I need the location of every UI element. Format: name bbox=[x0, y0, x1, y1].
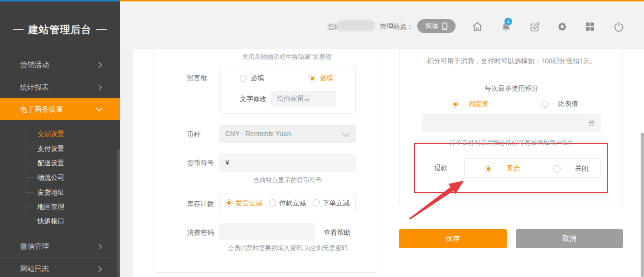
chevron-right-icon bbox=[96, 266, 102, 272]
sidebar-subitem-label: 配送设置 bbox=[37, 159, 64, 168]
max-points-label: 每次最多使用积分 bbox=[400, 84, 623, 93]
submenu-tree-tick bbox=[26, 134, 34, 134]
sidebar-subitem-express-interface[interactable]: 快递接口 bbox=[37, 216, 64, 227]
title-dash-right bbox=[96, 29, 107, 30]
notification-badge: 4 bbox=[504, 17, 513, 26]
currency-symbol-input[interactable] bbox=[219, 153, 356, 172]
sidebar-subitem-trade-settings[interactable]: 交易设置 bbox=[37, 129, 64, 139]
site-switch-label: 简体 bbox=[425, 22, 439, 31]
app-title: 建站管理后台 bbox=[0, 22, 120, 38]
grid-icon[interactable] bbox=[584, 21, 596, 33]
stock-ship-deduct-option[interactable]: 发货立减 bbox=[235, 199, 262, 208]
gear-icon[interactable] bbox=[556, 21, 568, 33]
submenu-tree-line bbox=[26, 125, 26, 222]
sidebar-subitem-logistics-company[interactable]: 物流公司 bbox=[37, 173, 64, 183]
home-icon[interactable] bbox=[471, 21, 483, 33]
stock-order-deduct-radio[interactable] bbox=[313, 199, 320, 207]
submenu-tree-tick bbox=[26, 192, 34, 193]
submenu-tree-tick bbox=[26, 221, 34, 221]
sidebar-item-wechat[interactable]: 微信管理 bbox=[0, 235, 120, 257]
sidebar-item-reports[interactable]: 统计报表 bbox=[0, 76, 120, 98]
annotation-red-arrow bbox=[403, 177, 470, 225]
currency-selected-value: CNY - Renminbi Yuan bbox=[225, 130, 291, 138]
sidebar-subitem-payment-settings[interactable]: 支付设置 bbox=[37, 144, 64, 154]
stock-ship-deduct-radio[interactable] bbox=[225, 199, 233, 207]
chevron-right-icon bbox=[96, 62, 102, 68]
sidebar-item-label: 网站日志 bbox=[20, 265, 49, 274]
site-switch-button[interactable]: 简体 bbox=[417, 19, 456, 33]
fixed-value-radio[interactable] bbox=[452, 101, 459, 108]
points-note: 订单支付时采用积分抵扣可有效增加用户粘性 bbox=[400, 138, 623, 147]
message-required-option[interactable]: 必填 bbox=[251, 74, 264, 82]
points-unit-suffix: 分 bbox=[588, 119, 595, 127]
ratio-value-option[interactable]: 比例值 bbox=[558, 100, 578, 108]
sidebar-item-label: 微信管理 bbox=[20, 242, 49, 251]
consume-password-label: 消费密码 bbox=[187, 229, 214, 237]
submenu-tree-tick bbox=[26, 207, 34, 207]
sidebar-item-label: 统计报表 bbox=[20, 83, 49, 92]
title-dash-left bbox=[13, 29, 23, 30]
trade-settings-panel: 关闭后购物流程中将隐藏”发票项” 留言框 必填 选填 文字修改 币种 CNY -… bbox=[153, 49, 378, 273]
sidebar-item-label: 营销活动 bbox=[20, 60, 49, 69]
sidebar-item-marketing[interactable]: 营销活动 bbox=[0, 54, 120, 76]
consume-password-input[interactable] bbox=[219, 223, 315, 240]
edit-icon[interactable] bbox=[529, 21, 541, 33]
chevron-right-icon bbox=[96, 84, 102, 91]
text-edit-label: 文字修改 bbox=[240, 95, 267, 104]
sidebar-subitem-region-management[interactable]: 地区管理 bbox=[37, 202, 64, 212]
sidebar: 建站管理后台 营销活动 统计报表 电子商务设置 交易设置 支付设置 配送设置 物… bbox=[0, 1, 120, 277]
sidebar-subitem-label: 快递接口 bbox=[37, 217, 64, 226]
power-icon[interactable] bbox=[613, 21, 625, 33]
sidebar-subitem-label: 支付设置 bbox=[37, 145, 64, 153]
sidebar-subitem-shipping-address[interactable]: 发货地址 bbox=[37, 187, 64, 198]
sidebar-subitem-label: 物流公司 bbox=[37, 173, 64, 182]
sidebar-subitem-label: 交易设置 bbox=[37, 130, 64, 138]
sidebar-item-site-logs[interactable]: 网站日志 bbox=[0, 258, 120, 277]
invoice-hint: 关闭后购物流程中将隐藏”发票项” bbox=[210, 53, 365, 61]
stock-count-group: 发货立减 付款立减 下单立减 bbox=[219, 194, 356, 212]
max-points-input[interactable]: 分 bbox=[422, 114, 601, 132]
currency-symbol-hint: 当前站点显示的货币符号 bbox=[219, 176, 356, 185]
chevron-right-icon bbox=[96, 243, 102, 250]
chevron-down-icon bbox=[96, 105, 102, 112]
chevron-down-icon bbox=[342, 130, 349, 137]
app-root: 建站管理后台 营销活动 统计报表 电子商务设置 交易设置 支付设置 配送设置 物… bbox=[0, 0, 644, 277]
message-box-label: 留言框 bbox=[187, 74, 207, 82]
ratio-value-radio[interactable] bbox=[541, 101, 549, 108]
consume-password-hint: 会员消费时需要的输入密码,为空则无需密码 bbox=[204, 244, 372, 253]
stock-pay-deduct-option[interactable]: 付款立减 bbox=[279, 199, 306, 208]
fixed-value-option[interactable]: 固定值 bbox=[468, 100, 489, 108]
currency-symbol-label: 货币符号 bbox=[187, 159, 214, 168]
message-optional-radio[interactable] bbox=[309, 75, 316, 82]
save-button[interactable]: 保存 bbox=[399, 229, 507, 248]
app-title-text: 建站管理后台 bbox=[28, 23, 92, 36]
username-redacted bbox=[337, 20, 375, 31]
stock-pay-deduct-radio[interactable] bbox=[269, 199, 276, 207]
message-required-radio[interactable] bbox=[240, 75, 247, 82]
stock-count-label: 库存计数 bbox=[187, 200, 214, 208]
view-help-link[interactable]: 查看帮助 bbox=[324, 229, 351, 237]
currency-label: 币种 bbox=[187, 130, 200, 139]
header: 您好 管理站点： 简体 4 bbox=[120, 1, 644, 49]
cancel-button[interactable]: 取消 bbox=[516, 229, 623, 248]
sidebar-item-ecommerce-settings[interactable]: 电子商务设置 bbox=[0, 98, 120, 120]
sidebar-subitem-delivery-settings[interactable]: 配送设置 bbox=[37, 158, 64, 169]
submenu-tree-tick bbox=[26, 177, 34, 178]
sidebar-subitem-label: 地区管理 bbox=[37, 203, 64, 211]
message-text-input[interactable] bbox=[271, 91, 336, 107]
stock-order-deduct-option[interactable]: 下单立减 bbox=[323, 199, 350, 208]
content-gutter bbox=[120, 49, 133, 277]
submenu-tree-tick bbox=[26, 163, 34, 163]
phone-icon bbox=[442, 23, 447, 30]
sidebar-item-label: 电子商务设置 bbox=[20, 105, 63, 114]
submenu-tree-tick bbox=[26, 149, 34, 149]
currency-select[interactable]: CNY - Renminbi Yuan bbox=[219, 125, 356, 143]
message-box-group: 必填 选填 文字修改 bbox=[219, 66, 356, 114]
managed-site-label: 管理站点： bbox=[380, 23, 413, 31]
sidebar-subitem-label: 发货地址 bbox=[37, 188, 64, 197]
page-scrollbar[interactable] bbox=[641, 133, 644, 277]
message-optional-option[interactable]: 选填 bbox=[320, 74, 333, 82]
points-intro: 积分可用于消费，支付时可以选择如：100积分抵扣1元。 bbox=[400, 57, 623, 66]
